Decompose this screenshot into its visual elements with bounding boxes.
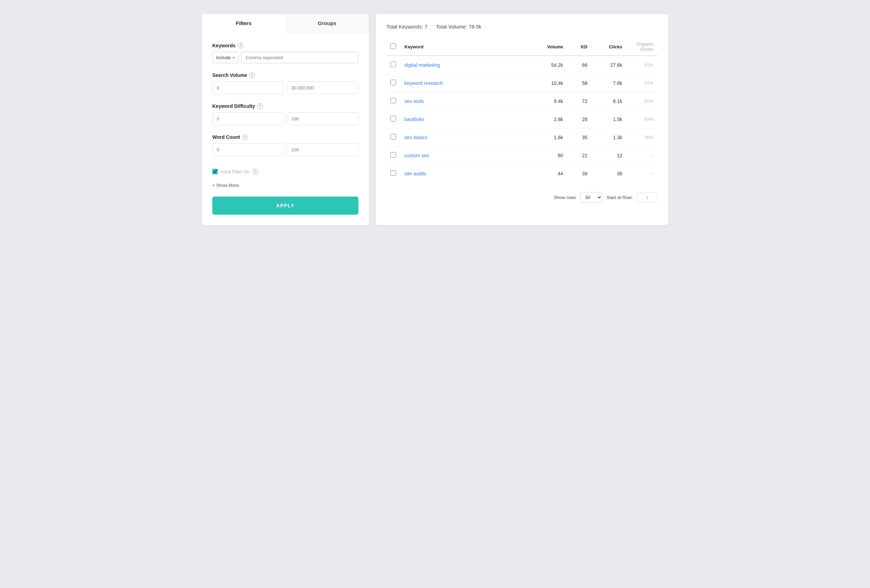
row-clicks-cell: 1.3k [591,128,626,146]
kd-max-input[interactable] [287,112,358,125]
start-at-row-label: Start at Row: [606,195,633,200]
row-keyword-cell: seo basics [400,128,532,146]
word-count-section: Word Count ? [212,134,358,156]
row-check-cell [386,128,400,146]
chevron-down-icon: ▾ [233,56,235,60]
row-checkbox-5[interactable] [390,152,396,158]
row-clicks-cell: 6.1k [591,92,626,110]
row-clicks-cell: 7.6k [591,74,626,92]
th-clicks: Clicks [591,38,626,56]
keywords-help-icon[interactable]: ? [238,43,243,48]
keyword-input-row: Include ▾ [212,52,358,63]
row-organic-clicks-cell: 81% [626,74,658,92]
row-checkbox-0[interactable] [390,62,396,67]
rows-per-page-select[interactable]: 10 25 50 100 [580,192,602,203]
row-kd-cell: 39 [567,165,591,183]
th-volume: Volume [532,38,567,56]
search-volume-label: Search Volume ? [212,72,358,78]
app-layout: Filters Groups Keywords ? Include ▾ [202,14,668,225]
total-volume-item: Total Volume: 78.5k [436,24,481,30]
keywords-input[interactable] [241,52,358,63]
keyword-difficulty-section: Keyword Difficulty ? [212,103,358,125]
keyword-link-6[interactable]: site audits [404,171,426,176]
row-check-cell [386,146,400,165]
total-volume-label: Total Volume: [436,24,467,30]
results-panel: Total Keywords: 7 Total Volume: 78.5k Ke… [376,14,668,225]
row-volume-cell: 54.2k [532,56,567,74]
keyword-link-0[interactable]: digital marketing [404,62,440,68]
row-kd-cell: 66 [567,56,591,74]
tab-filters[interactable]: Filters [202,14,285,33]
adult-filter-checkbox[interactable] [212,169,218,174]
row-keyword-cell: custom seo [400,146,532,165]
row-keyword-cell: site audits [400,165,532,183]
row-volume-cell: 9.4k [532,92,567,110]
keyword-link-3[interactable]: backlinks [404,116,425,122]
word-count-max-input[interactable] [287,143,358,156]
row-checkbox-1[interactable] [390,80,396,85]
total-keywords-value: 7 [425,24,428,30]
keyword-link-4[interactable]: seo basics [404,135,428,140]
row-organic-clicks-cell: 98% [626,128,658,146]
word-count-range [212,143,358,156]
row-keyword-cell: digital marketing [400,56,532,74]
row-kd-cell: 22 [567,146,591,165]
summary-bar: Total Keywords: 7 Total Volume: 78.5k [386,24,658,30]
search-volume-range [212,82,358,94]
adult-filter-label: Adult Filter On [220,169,250,174]
table-header-row: Keyword Volume KD Clicks OrganicClicks [386,38,658,56]
row-checkbox-6[interactable] [390,170,396,176]
show-rows-label: Show rows [554,195,576,200]
show-more-section: + Show More [202,182,369,188]
row-checkbox-2[interactable] [390,98,396,103]
row-keyword-cell: backlinks [400,110,532,128]
row-organic-clicks-cell: 89% [626,110,658,128]
panel-tabs: Filters Groups [202,14,369,33]
keywords-table: Keyword Volume KD Clicks OrganicClicks d… [386,38,658,182]
keyword-difficulty-help-icon[interactable]: ? [257,103,263,109]
total-keywords-item: Total Keywords: 7 [386,24,428,30]
adult-filter-help-icon[interactable]: ? [252,169,258,174]
include-select[interactable]: Include ▾ [212,52,238,63]
select-all-checkbox[interactable] [390,43,396,49]
include-label: Include [216,55,231,60]
row-clicks-cell: 1.5k [591,110,626,128]
keywords-tbody: digital marketing 54.2k 66 27.6k 91% key… [386,56,658,182]
kd-min-input[interactable] [212,112,284,125]
search-volume-min-input[interactable] [212,82,284,94]
keyword-link-2[interactable]: seo tools [404,98,424,104]
filters-panel: Filters Groups Keywords ? Include ▾ [202,14,369,225]
filter-body: Keywords ? Include ▾ Search Volume ? [202,33,369,169]
row-kd-cell: 72 [567,92,591,110]
search-volume-section: Search Volume ? [212,72,358,94]
keywords-label: Keywords ? [212,43,358,48]
search-volume-help-icon[interactable]: ? [249,72,255,78]
row-check-cell [386,74,400,92]
keyword-link-5[interactable]: custom seo [404,153,429,158]
word-count-min-input[interactable] [212,143,284,156]
row-check-cell [386,92,400,110]
row-clicks-cell: 27.6k [591,56,626,74]
th-keyword: Keyword [400,38,532,56]
row-clicks-cell: 36 [591,165,626,183]
start-at-row-input[interactable] [637,192,658,202]
adult-filter-row: Adult Filter On ? [202,169,369,174]
total-keywords-label: Total Keywords: [386,24,423,30]
show-more-link[interactable]: + Show More [212,183,239,188]
row-organic-clicks-cell: — [626,146,658,165]
word-count-help-icon[interactable]: ? [242,134,248,140]
total-volume-value: 78.5k [469,24,482,30]
row-kd-cell: 28 [567,110,591,128]
row-checkbox-4[interactable] [390,134,396,140]
apply-button[interactable]: APPLY [212,196,358,215]
table-row: digital marketing 54.2k 66 27.6k 91% [386,56,658,74]
search-volume-max-input[interactable] [287,82,358,94]
row-checkbox-3[interactable] [390,116,396,121]
row-keyword-cell: keyword research [400,74,532,92]
tab-groups[interactable]: Groups [285,14,369,33]
keyword-link-1[interactable]: keyword research [404,80,443,86]
table-row: keyword research 10.4k 58 7.6k 81% [386,74,658,92]
row-check-cell [386,165,400,183]
row-organic-clicks-cell: 85% [626,92,658,110]
table-row: site audits 44 39 36 — [386,165,658,183]
